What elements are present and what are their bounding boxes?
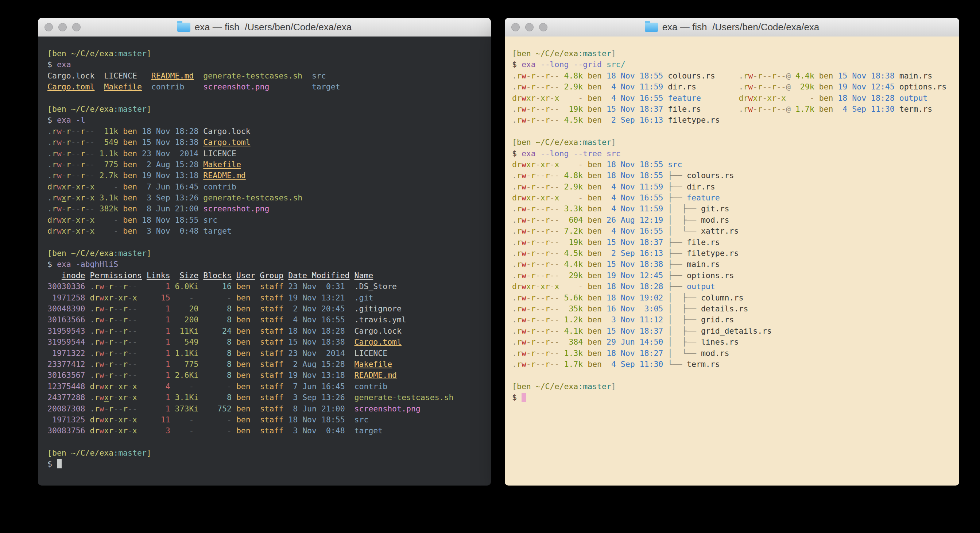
window-title-text: exa — fish /Users/ben/Code/exa/exa (195, 22, 352, 33)
terminal-line: .rw-r--r-- 1.7k ben 4 Sep 11:30 └── term… (512, 359, 959, 370)
terminal-output[interactable]: [ben ~/C/e/exa:master]$ exaCargo.lock LI… (38, 37, 491, 485)
traffic-lights (511, 18, 547, 37)
terminal-line: .rw-r--r-- 3.3k ben 4 Nov 11:59 │ ├── gi… (512, 203, 959, 214)
terminal-line: [ben ~/C/e/exa:master] (512, 381, 959, 392)
terminal-line: drwxr-xr-x - ben 18 Nov 18:28 ├── output (512, 281, 959, 292)
terminal-line: .rw-r--r-- 4.8k ben 18 Nov 18:55 ├── col… (512, 170, 959, 181)
terminal-line: 30163567 .rw-r--r-- 1 2.6Ki 8 ben staff … (48, 370, 491, 381)
title-bar[interactable]: exa — fish /Users/ben/Code/exa/exa (505, 18, 959, 37)
terminal-line: .rw-r--r-- 19k ben 15 Nov 18:37 file.rs … (512, 104, 959, 115)
terminal-window-light: exa — fish /Users/ben/Code/exa/exa [ben … (505, 18, 959, 485)
terminal-line: drwxr-xr-x - ben 4 Nov 16:55 feature drw… (512, 93, 959, 104)
terminal-line: drwxr-xr-x - ben 18 Nov 18:55 src (512, 159, 959, 170)
terminal-line (48, 437, 491, 448)
title-bar[interactable]: exa — fish /Users/ben/Code/exa/exa (38, 18, 491, 37)
terminal-line: .rw-r--r-- 4.8k ben 18 Nov 18:55 colours… (512, 70, 959, 81)
terminal-line: .rw-r--r-- 384 ben 29 Jun 14:50 │ ├── li… (512, 337, 959, 348)
terminal-line: Cargo.lock LICENCE README.md generate-te… (48, 70, 491, 81)
terminal-line: $ (48, 458, 491, 469)
terminal-line: .rw-r--r-- 382k ben 8 Jun 21:00 screensh… (48, 203, 491, 214)
traffic-lights (45, 18, 81, 37)
terminal-line: 12375448 drwxr-xr-x 4 - - ben staff 7 Ju… (48, 381, 491, 392)
terminal-line: .rw-r--r-- 1.3k ben 18 Nov 18:27 │ └── m… (512, 348, 959, 359)
terminal-line: 30048390 .rw-r--r-- 1 20 8 ben staff 2 N… (48, 303, 491, 314)
terminal-line: $ exa (48, 59, 491, 70)
terminal-line: [ben ~/C/e/exa:master] (48, 48, 491, 59)
terminal-line: .rw-r--r-- 5.6k ben 18 Nov 19:02 │ ├── c… (512, 292, 959, 303)
window-title: exa — fish /Users/ben/Code/exa/exa (177, 22, 352, 33)
block-cursor (522, 393, 526, 402)
terminal-line: drwxr-xr-x - ben 4 Nov 16:55 ├── feature (512, 192, 959, 203)
block-cursor (57, 459, 62, 468)
terminal-line: .rw-r--r-- 19k ben 15 Nov 18:37 ├── file… (512, 237, 959, 248)
terminal-line: .rw-r--r-- 1.1k ben 23 Nov 2014 LICENCE (48, 148, 491, 159)
terminal-line: $ exa --long --grid src/ (512, 59, 959, 70)
terminal-line: 1971258 drwxr-xr-x 15 - - ben staff 19 N… (48, 292, 491, 303)
terminal-line: $ exa -l (48, 115, 491, 126)
terminal-line: 30083756 drwxr-xr-x 3 - - ben staff 3 No… (48, 425, 491, 436)
window-title: exa — fish /Users/ben/Code/exa/exa (645, 22, 819, 33)
terminal-line: .rw-r--r-- 2.9k ben 4 Nov 11:59 dir.rs .… (512, 81, 959, 93)
terminal-line: Cargo.toml Makefile contrib screenshot.p… (48, 81, 491, 93)
terminal-line: $ exa -abghHliS (48, 259, 491, 270)
terminal-line: 1971322 .rw-r--r-- 1 1.1Ki 8 ben staff 2… (48, 348, 491, 359)
terminal-line: drwxr-xr-x - ben 7 Jun 16:45 contrib (48, 182, 491, 192)
minimize-button[interactable] (525, 23, 534, 31)
terminal-line: 1971325 drwxr-xr-x 11 - - ben staff 18 N… (48, 414, 491, 425)
minimize-button[interactable] (58, 23, 67, 31)
terminal-line: drwxr-xr-x - ben 18 Nov 18:55 src (48, 215, 491, 226)
terminal-line: [ben ~/C/e/exa:master] (512, 137, 959, 148)
terminal-line: .rw-r--r-- 4.4k ben 15 Nov 18:38 ├── mai… (512, 259, 959, 270)
terminal-line: 31959543 .rw-r--r-- 1 11Ki 24 ben staff … (48, 326, 491, 337)
terminal-line: 24377288 .rwxr-xr-x 1 3.1Ki 8 ben staff … (48, 392, 491, 403)
zoom-button[interactable] (539, 23, 547, 31)
terminal-line: drwxr-xr-x - ben 3 Nov 0:48 target (48, 226, 491, 236)
terminal-line: 23377412 .rw-r--r-- 1 775 8 ben staff 2 … (48, 359, 491, 370)
terminal-line: .rw-r--r-- 2.7k ben 19 Nov 13:18 README.… (48, 170, 491, 181)
terminal-line: $ exa --long --tree src (512, 148, 959, 159)
terminal-line: .rw-r--r-- 4.5k ben 2 Sep 16:13 ├── file… (512, 248, 959, 259)
terminal-line (48, 93, 491, 104)
terminal-line (512, 126, 959, 137)
window-title-text: exa — fish /Users/ben/Code/exa/exa (662, 22, 819, 33)
terminal-line: [ben ~/C/e/exa:master] (48, 448, 491, 458)
terminal-line (48, 237, 491, 248)
terminal-line: .rw-r--r-- 4.5k ben 2 Sep 16:13 filetype… (512, 115, 959, 126)
terminal-line: 30030336 .rw-r--r-- 1 6.0Ki 16 ben staff… (48, 281, 491, 292)
folder-icon (177, 22, 190, 32)
terminal-line: 30163566 .rw-r--r-- 1 200 8 ben staff 4 … (48, 314, 491, 325)
terminal-line: .rw-r--r-- 1.2k ben 3 Nov 11:12 │ ├── gr… (512, 314, 959, 325)
terminal-output[interactable]: [ben ~/C/e/exa:master]$ exa --long --gri… (505, 37, 959, 485)
terminal-line: .rw-r--r-- 11k ben 18 Nov 18:28 Cargo.lo… (48, 126, 491, 137)
terminal-line: .rw-r--r-- 29k ben 19 Nov 12:45 ├── opti… (512, 270, 959, 281)
terminal-window-dark: exa — fish /Users/ben/Code/exa/exa [ben … (38, 18, 491, 485)
terminal-line: 31959544 .rw-r--r-- 1 549 8 ben staff 15… (48, 337, 491, 348)
terminal-line: .rw-r--r-- 604 ben 26 Aug 12:19 │ ├── mo… (512, 215, 959, 226)
terminal-line: [ben ~/C/e/exa:master] (48, 248, 491, 259)
terminal-line: [ben ~/C/e/exa:master] (512, 48, 959, 59)
terminal-line: [ben ~/C/e/exa:master] (48, 104, 491, 115)
close-button[interactable] (511, 23, 520, 31)
terminal-line: .rw-r--r-- 775 ben 2 Aug 15:28 Makefile (48, 159, 491, 170)
terminal-line: .rw-r--r-- 549 ben 15 Nov 18:38 Cargo.to… (48, 137, 491, 148)
desktop: { "left_window": { "title": "exa — fish … (0, 0, 980, 533)
zoom-button[interactable] (72, 23, 81, 31)
terminal-line (512, 370, 959, 381)
terminal-line: 20087308 .rw-r--r-- 1 373Ki 752 ben staf… (48, 404, 491, 414)
terminal-line: $ (512, 392, 959, 403)
terminal-line: .rwxr-xr-x 3.1k ben 3 Sep 13:26 generate… (48, 192, 491, 203)
close-button[interactable] (45, 23, 53, 31)
folder-icon (645, 22, 658, 32)
terminal-line: .rw-r--r-- 4.1k ben 15 Nov 18:37 │ ├── g… (512, 326, 959, 337)
terminal-line: .rw-r--r-- 35k ben 16 Nov 3:05 │ ├── det… (512, 303, 959, 314)
terminal-line: .rw-r--r-- 2.9k ben 4 Nov 11:59 ├── dir.… (512, 182, 959, 192)
terminal-line: .rw-r--r-- 7.2k ben 4 Nov 16:55 │ └── xa… (512, 226, 959, 236)
terminal-line: inode Permissions Links Size Blocks User… (48, 270, 491, 281)
